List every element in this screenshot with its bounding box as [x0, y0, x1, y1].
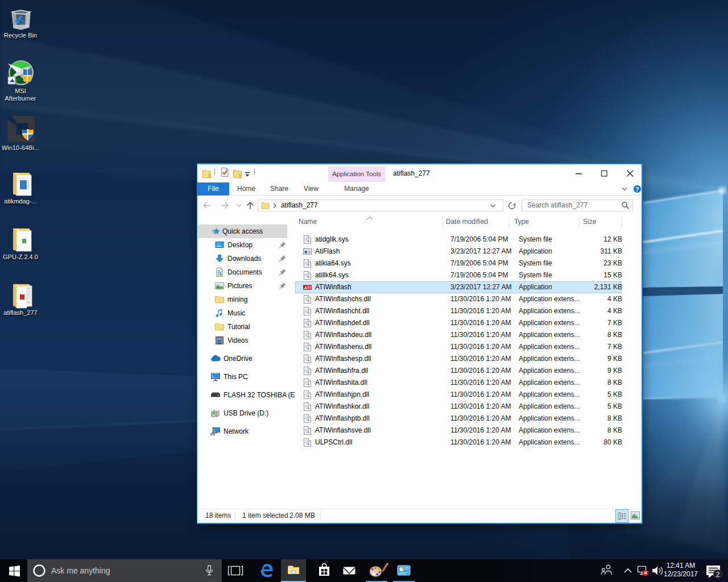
svg-text:ATI: ATI [303, 285, 311, 290]
svg-text:2: 2 [716, 571, 720, 579]
svg-text:?: ? [635, 186, 639, 193]
